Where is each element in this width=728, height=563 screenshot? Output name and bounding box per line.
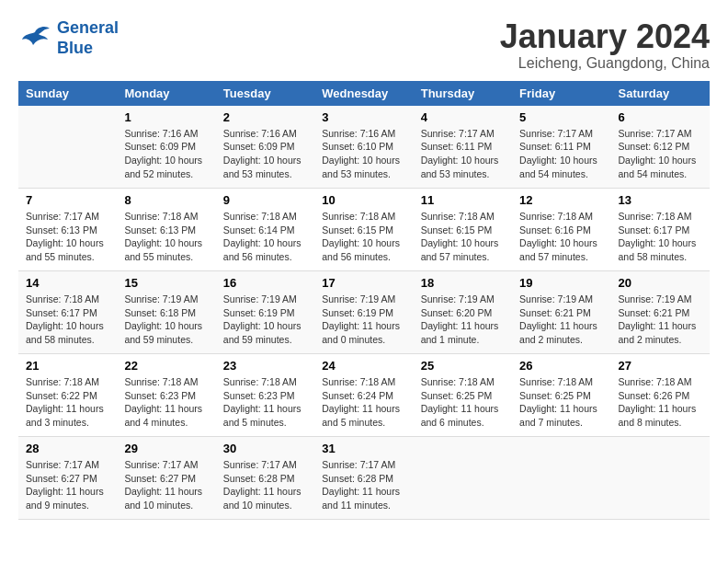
- day-number: 3: [322, 110, 405, 124]
- day-info: Sunrise: 7:18 AMSunset: 6:15 PMDaylight:…: [322, 210, 405, 264]
- weekday-header-monday: Monday: [117, 81, 215, 106]
- calendar-cell: 8Sunrise: 7:18 AMSunset: 6:13 PMDaylight…: [117, 189, 215, 271]
- weekday-header-thursday: Thursday: [414, 81, 512, 106]
- calendar-cell: 10Sunrise: 7:18 AMSunset: 6:15 PMDayligh…: [314, 189, 413, 271]
- day-info: Sunrise: 7:19 AMSunset: 6:21 PMDaylight:…: [519, 293, 603, 347]
- calendar-cell: 30Sunrise: 7:17 AMSunset: 6:28 PMDayligh…: [216, 437, 314, 520]
- day-info: Sunrise: 7:18 AMSunset: 6:23 PMDaylight:…: [124, 375, 208, 430]
- weekday-header-wednesday: Wednesday: [314, 81, 413, 106]
- calendar-cell: 23Sunrise: 7:18 AMSunset: 6:23 PMDayligh…: [216, 354, 314, 437]
- calendar-cell: 4Sunrise: 7:17 AMSunset: 6:11 PMDaylight…: [414, 106, 512, 189]
- day-number: 17: [322, 276, 405, 290]
- calendar-cell: 13Sunrise: 7:18 AMSunset: 6:17 PMDayligh…: [611, 189, 710, 271]
- day-info: Sunrise: 7:18 AMSunset: 6:25 PMDaylight:…: [421, 375, 505, 430]
- day-info: Sunrise: 7:17 AMSunset: 6:13 PMDaylight:…: [26, 210, 109, 264]
- day-number: 10: [322, 193, 405, 207]
- calendar-cell: [512, 437, 610, 520]
- day-number: 28: [26, 442, 109, 455]
- calendar-cell: 17Sunrise: 7:19 AMSunset: 6:19 PMDayligh…: [314, 271, 413, 354]
- day-number: 12: [519, 193, 603, 207]
- week-row-4: 21Sunrise: 7:18 AMSunset: 6:22 PMDayligh…: [18, 354, 710, 437]
- day-info: Sunrise: 7:19 AMSunset: 6:20 PMDaylight:…: [421, 293, 505, 347]
- day-info: Sunrise: 7:19 AMSunset: 6:21 PMDaylight:…: [619, 293, 702, 347]
- day-number: 8: [124, 193, 208, 207]
- calendar-cell: 15Sunrise: 7:19 AMSunset: 6:18 PMDayligh…: [117, 271, 215, 354]
- day-number: 18: [421, 276, 505, 290]
- day-number: 11: [421, 193, 505, 207]
- day-number: 13: [619, 193, 702, 207]
- day-info: Sunrise: 7:18 AMSunset: 6:17 PMDaylight:…: [26, 293, 109, 347]
- weekday-header-row: SundayMondayTuesdayWednesdayThursdayFrid…: [18, 81, 710, 106]
- day-number: 4: [421, 110, 505, 124]
- calendar-cell: 9Sunrise: 7:18 AMSunset: 6:14 PMDaylight…: [216, 189, 314, 271]
- calendar-cell: 1Sunrise: 7:16 AMSunset: 6:09 PMDaylight…: [117, 106, 215, 189]
- week-row-5: 28Sunrise: 7:17 AMSunset: 6:27 PMDayligh…: [18, 437, 710, 520]
- calendar-cell: 18Sunrise: 7:19 AMSunset: 6:20 PMDayligh…: [414, 271, 512, 354]
- day-info: Sunrise: 7:18 AMSunset: 6:23 PMDaylight:…: [223, 375, 307, 430]
- day-number: 21: [26, 359, 109, 373]
- month-title: January 2024: [500, 18, 710, 55]
- day-info: Sunrise: 7:16 AMSunset: 6:09 PMDaylight:…: [124, 127, 208, 181]
- weekday-header-friday: Friday: [512, 81, 610, 106]
- day-info: Sunrise: 7:19 AMSunset: 6:18 PMDaylight:…: [124, 293, 208, 347]
- calendar-cell: 14Sunrise: 7:18 AMSunset: 6:17 PMDayligh…: [18, 271, 117, 354]
- calendar-cell: 21Sunrise: 7:18 AMSunset: 6:22 PMDayligh…: [18, 354, 117, 437]
- day-info: Sunrise: 7:17 AMSunset: 6:27 PMDaylight:…: [26, 458, 109, 512]
- calendar-cell: 22Sunrise: 7:18 AMSunset: 6:23 PMDayligh…: [117, 354, 215, 437]
- calendar-cell: 3Sunrise: 7:16 AMSunset: 6:10 PMDaylight…: [314, 106, 413, 189]
- calendar-cell: 20Sunrise: 7:19 AMSunset: 6:21 PMDayligh…: [611, 271, 710, 354]
- week-row-3: 14Sunrise: 7:18 AMSunset: 6:17 PMDayligh…: [18, 271, 710, 354]
- logo: General Blue: [18, 18, 119, 58]
- day-info: Sunrise: 7:18 AMSunset: 6:24 PMDaylight:…: [322, 375, 405, 430]
- day-number: 15: [124, 276, 208, 290]
- day-number: 20: [619, 276, 702, 290]
- day-info: Sunrise: 7:16 AMSunset: 6:09 PMDaylight:…: [223, 127, 307, 181]
- day-info: Sunrise: 7:18 AMSunset: 6:17 PMDaylight:…: [619, 210, 702, 264]
- day-number: 5: [519, 110, 603, 124]
- calendar-cell: [414, 437, 512, 520]
- day-info: Sunrise: 7:17 AMSunset: 6:11 PMDaylight:…: [421, 127, 505, 181]
- day-info: Sunrise: 7:18 AMSunset: 6:25 PMDaylight:…: [519, 375, 603, 430]
- day-number: 22: [124, 359, 208, 373]
- calendar-cell: 7Sunrise: 7:17 AMSunset: 6:13 PMDaylight…: [18, 189, 117, 271]
- day-info: Sunrise: 7:18 AMSunset: 6:13 PMDaylight:…: [124, 210, 208, 264]
- logo-icon: [18, 25, 51, 52]
- calendar-cell: 11Sunrise: 7:18 AMSunset: 6:15 PMDayligh…: [414, 189, 512, 271]
- day-number: 19: [519, 276, 603, 290]
- calendar-cell: 25Sunrise: 7:18 AMSunset: 6:25 PMDayligh…: [414, 354, 512, 437]
- day-info: Sunrise: 7:19 AMSunset: 6:19 PMDaylight:…: [223, 293, 307, 347]
- day-number: 30: [223, 442, 307, 455]
- day-number: 26: [519, 359, 603, 373]
- day-number: 23: [223, 359, 307, 373]
- day-info: Sunrise: 7:18 AMSunset: 6:14 PMDaylight:…: [223, 210, 307, 264]
- calendar-cell: 29Sunrise: 7:17 AMSunset: 6:27 PMDayligh…: [117, 437, 215, 520]
- day-number: 2: [223, 110, 307, 124]
- day-number: 24: [322, 359, 405, 373]
- day-number: 9: [223, 193, 307, 207]
- calendar-cell: [18, 106, 117, 189]
- calendar-cell: 6Sunrise: 7:17 AMSunset: 6:12 PMDaylight…: [611, 106, 710, 189]
- title-area: January 2024 Leicheng, Guangdong, China: [500, 18, 710, 72]
- day-number: 27: [619, 359, 702, 373]
- calendar-cell: 27Sunrise: 7:18 AMSunset: 6:26 PMDayligh…: [611, 354, 710, 437]
- calendar-cell: 19Sunrise: 7:19 AMSunset: 6:21 PMDayligh…: [512, 271, 610, 354]
- weekday-header-saturday: Saturday: [611, 81, 710, 106]
- day-info: Sunrise: 7:17 AMSunset: 6:12 PMDaylight:…: [619, 127, 702, 181]
- calendar-cell: 26Sunrise: 7:18 AMSunset: 6:25 PMDayligh…: [512, 354, 610, 437]
- logo-text: General Blue: [57, 18, 119, 58]
- calendar-table: SundayMondayTuesdayWednesdayThursdayFrid…: [18, 81, 710, 521]
- day-number: 29: [124, 442, 208, 455]
- page-header: General Blue January 2024 Leicheng, Guan…: [18, 18, 710, 72]
- day-info: Sunrise: 7:16 AMSunset: 6:10 PMDaylight:…: [322, 127, 405, 181]
- day-info: Sunrise: 7:18 AMSunset: 6:22 PMDaylight:…: [26, 375, 109, 430]
- weekday-header-tuesday: Tuesday: [216, 81, 314, 106]
- day-info: Sunrise: 7:17 AMSunset: 6:27 PMDaylight:…: [124, 458, 208, 512]
- day-info: Sunrise: 7:18 AMSunset: 6:26 PMDaylight:…: [619, 375, 702, 430]
- day-number: 14: [26, 276, 109, 290]
- day-info: Sunrise: 7:18 AMSunset: 6:16 PMDaylight:…: [519, 210, 603, 264]
- calendar-cell: 24Sunrise: 7:18 AMSunset: 6:24 PMDayligh…: [314, 354, 413, 437]
- calendar-cell: 2Sunrise: 7:16 AMSunset: 6:09 PMDaylight…: [216, 106, 314, 189]
- calendar-cell: 31Sunrise: 7:17 AMSunset: 6:28 PMDayligh…: [314, 437, 413, 520]
- calendar-cell: 28Sunrise: 7:17 AMSunset: 6:27 PMDayligh…: [18, 437, 117, 520]
- day-info: Sunrise: 7:19 AMSunset: 6:19 PMDaylight:…: [322, 293, 405, 347]
